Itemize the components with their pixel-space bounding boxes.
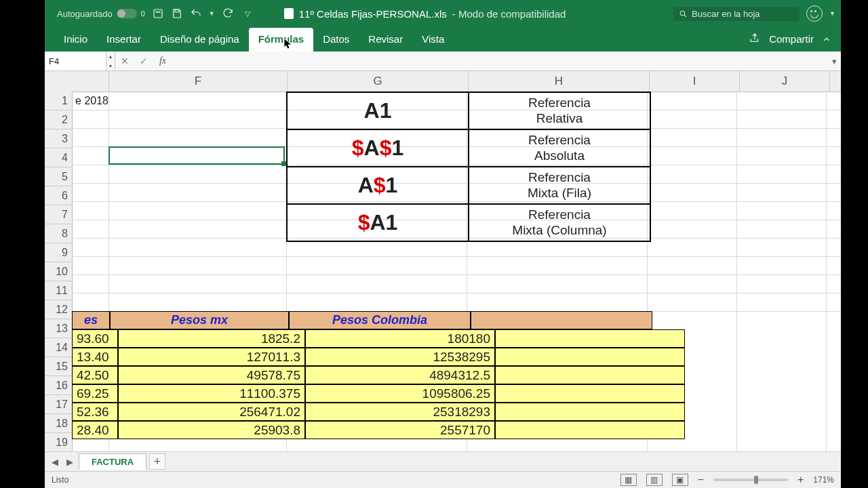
cancel-formula-icon[interactable]: ✕ [115, 52, 134, 70]
feedback-icon[interactable] [806, 5, 823, 22]
sheet-prev-icon[interactable]: ◀ [49, 455, 61, 468]
ref-h-1[interactable]: ReferenciaRelativa [469, 93, 650, 129]
ref-g-3[interactable]: A$1 [288, 167, 469, 203]
tab-insertar[interactable]: Insertar [97, 28, 151, 52]
head-H[interactable] [471, 311, 652, 329]
sheet-bar: ◀ ▶ FACTURA + [45, 451, 841, 471]
titlebar: Autoguardado 0 ▼ ▽ 11º Celdas Fijas-PERS… [45, 0, 841, 27]
head-E[interactable]: es [72, 311, 110, 329]
tab-revisar[interactable]: Revisar [359, 28, 412, 52]
share-button[interactable]: Compartir [769, 33, 814, 45]
zoom-out-button[interactable]: − [698, 474, 704, 486]
svg-point-3 [680, 11, 685, 16]
document-title: 11º Celdas Fijas-PERSONAL.xls [299, 8, 447, 20]
col-G[interactable]: G [288, 71, 469, 92]
status-ready: Listo [52, 475, 68, 485]
ref-g-2[interactable]: $A$1 [288, 130, 469, 166]
autosave-toggle[interactable]: Autoguardado 0 [57, 9, 145, 19]
add-sheet-button[interactable]: + [149, 453, 165, 470]
tab-formulas[interactable]: Fórmulas [249, 28, 314, 52]
expand-formula-icon[interactable]: ▾ [827, 56, 841, 66]
compat-mode: - Modo de compatibilidad [452, 8, 566, 20]
redo-icon[interactable] [222, 7, 234, 20]
sheet-tab-factura[interactable]: FACTURA [79, 453, 146, 470]
svg-rect-0 [154, 9, 162, 18]
undo-icon[interactable] [190, 7, 202, 20]
formula-input[interactable] [172, 52, 827, 70]
name-box[interactable]: F4 [45, 52, 106, 70]
zoom-slider[interactable] [713, 479, 788, 481]
tab-datos[interactable]: Datos [313, 28, 359, 52]
tab-vista[interactable]: Vista [412, 28, 454, 52]
ref-h-2[interactable]: ReferenciaAbsoluta [469, 130, 650, 166]
tab-inicio[interactable]: Inicio [54, 28, 97, 52]
qat-more-icon[interactable]: ▽ [245, 9, 250, 18]
tab-diseno[interactable]: Diseño de página [151, 28, 249, 52]
currency-table: es Pesos mx Pesos Colombia 93.601825.218… [72, 311, 685, 439]
collapse-ribbon-icon[interactable] [822, 35, 831, 44]
ref-g-1[interactable]: A1 [288, 93, 469, 129]
spreadsheet-grid[interactable]: F G H I J 12 34 56 78 910 1112 1314 1516… [45, 71, 841, 451]
view-normal-icon[interactable]: ▦ [620, 474, 637, 486]
zoom-level[interactable]: 171% [813, 475, 834, 485]
head-F[interactable]: Pesos mx [110, 311, 289, 329]
save-icon[interactable] [171, 7, 183, 20]
cell-E1[interactable]: e 2018 [72, 92, 108, 110]
search-input[interactable]: Buscar en la hoja [673, 7, 800, 21]
ref-h-4[interactable]: ReferenciaMixta (Columna) [469, 205, 650, 241]
view-pagebreak-icon[interactable]: ▣ [672, 474, 688, 486]
head-G[interactable]: Pesos Colombia [289, 311, 471, 329]
select-all-corner[interactable] [45, 71, 73, 92]
reference-table: A1 ReferenciaRelativa $A$1 ReferenciaAbs… [286, 92, 651, 242]
svg-rect-2 [175, 9, 179, 12]
ref-g-4[interactable]: $A1 [288, 205, 469, 241]
formula-bar: F4 ▲▼ ✕ ✓ fx ▾ [45, 52, 841, 71]
view-layout-icon[interactable]: ▥ [646, 474, 663, 486]
column-headers[interactable]: F G H I J [72, 71, 841, 92]
col-I[interactable]: I [650, 71, 740, 92]
toggle-icon[interactable] [117, 9, 137, 18]
zoom-in-button[interactable]: + [797, 474, 804, 486]
share-icon[interactable] [749, 32, 761, 46]
confirm-formula-icon[interactable]: ✓ [134, 52, 153, 70]
status-bar: Listo ▦ ▥ ▣ − + 171% [45, 471, 841, 488]
selected-cell[interactable] [108, 146, 285, 165]
search-placeholder: Buscar en la hoja [692, 9, 760, 19]
history-icon[interactable] [152, 7, 164, 20]
namebox-spinner[interactable]: ▲▼ [106, 52, 115, 70]
document-icon [284, 8, 294, 19]
sheet-next-icon[interactable]: ▶ [64, 455, 76, 468]
ref-h-3[interactable]: ReferenciaMixta (Fila) [469, 167, 650, 203]
col-H[interactable]: H [469, 71, 650, 92]
autosave-label: Autoguardado [57, 9, 113, 19]
row-headers[interactable]: 12 34 56 78 910 1112 1314 1516 1718 19 [45, 92, 73, 451]
fx-icon[interactable]: fx [153, 52, 172, 70]
col-F[interactable]: F [109, 71, 288, 92]
ribbon: Inicio Insertar Diseño de página Fórmula… [45, 27, 841, 52]
svg-rect-1 [155, 12, 161, 13]
col-J[interactable]: J [740, 71, 830, 92]
